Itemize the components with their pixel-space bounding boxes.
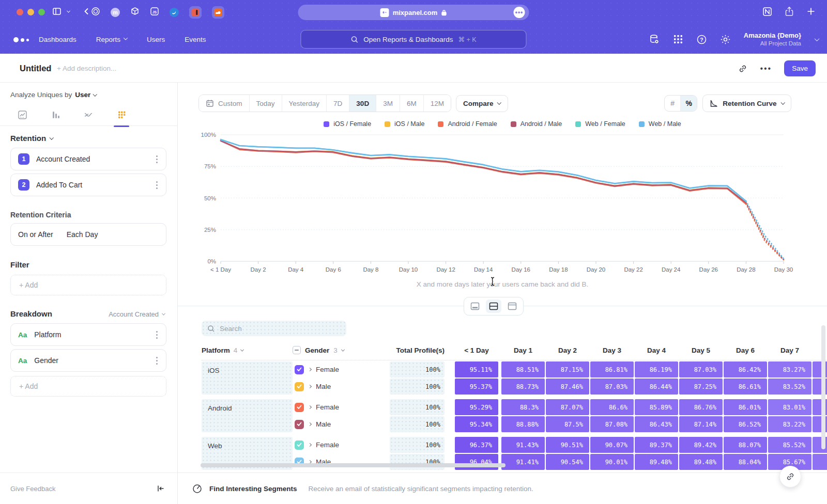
add-filter-button[interactable]: + Add	[10, 275, 166, 295]
retention-value-cell[interactable]: 86.6%	[590, 399, 634, 415]
collapse-sidebar-icon[interactable]	[157, 484, 165, 493]
project-switcher[interactable]: Amazonia {Demo} All Project Data	[744, 32, 801, 48]
close-window-icon[interactable]	[17, 9, 23, 15]
total-profiles-header[interactable]: Total Profile(s)	[390, 346, 445, 354]
retention-value-cell[interactable]: 87.14%	[679, 416, 723, 432]
series-checkbox[interactable]	[295, 403, 304, 412]
retention-value-cell[interactable]: 85.89%	[635, 399, 678, 415]
retention-chart[interactable]: 100%75%50%25%0%< 1 DayDay 2Day 4Day 6Day…	[196, 130, 804, 280]
retention-value-cell[interactable]: 89.37%	[635, 437, 678, 453]
percent-toggle[interactable]: %	[681, 96, 697, 111]
breakdown-platform[interactable]: Aa Platform	[10, 323, 166, 346]
nav-reports[interactable]: Reports	[96, 36, 127, 43]
legend-item[interactable]: Android / Male	[511, 120, 562, 128]
tab-flows[interactable]	[78, 107, 99, 123]
day-header[interactable]: Day 5	[679, 346, 723, 354]
criteria-condition[interactable]: On or After	[18, 230, 53, 239]
retention-value-cell[interactable]: 89.42%	[679, 437, 723, 453]
js-extension-icon[interactable]: JS	[150, 7, 159, 18]
data-management-icon[interactable]	[649, 34, 660, 45]
chart-type-selector[interactable]: Retention Curve	[702, 94, 791, 112]
retention-value-cell[interactable]: 95.11%	[455, 361, 498, 377]
retention-value-cell[interactable]: 88.07%	[724, 437, 767, 453]
tabs-chevron-icon[interactable]	[67, 9, 70, 12]
retention-value-cell[interactable]: 88.04%	[724, 454, 767, 470]
series-checkbox[interactable]	[295, 365, 304, 374]
expand-row-icon[interactable]	[308, 385, 312, 388]
day-header[interactable]: Day 2	[546, 346, 589, 354]
expand-row-icon[interactable]	[308, 443, 312, 447]
retention-value-cell[interactable]: 87.08%	[590, 416, 634, 432]
retention-value-cell[interactable]: 88.3%	[501, 399, 545, 415]
layout-table-only-button[interactable]	[504, 300, 520, 313]
retention-value-cell[interactable]: 88.51%	[501, 361, 545, 377]
vertical-scrollbar[interactable]	[821, 325, 825, 449]
tab-retention[interactable]	[111, 107, 132, 123]
tab-funnels[interactable]	[44, 107, 66, 123]
retention-value-cell[interactable]: 88.88%	[501, 416, 545, 432]
day-header[interactable]: < 1 Day	[455, 346, 498, 354]
range-30d[interactable]: 30D	[349, 95, 376, 112]
retention-value-cell[interactable]: 95.29%	[455, 399, 498, 415]
breakdown-scope-selector[interactable]: Account Created	[109, 310, 165, 318]
platform-cell[interactable]: Android	[202, 399, 293, 432]
nav-dashboards[interactable]: Dashboards	[39, 36, 76, 43]
retention-value-cell[interactable]: 83.52%	[768, 379, 811, 395]
day-header[interactable]: Day 6	[724, 346, 767, 354]
retention-value-cell[interactable]: 86.76%	[679, 399, 723, 415]
share-icon[interactable]	[785, 6, 794, 19]
retention-value-cell[interactable]: 83.27%	[768, 361, 811, 377]
day-header[interactable]: Day 3	[590, 346, 634, 354]
back-icon[interactable]	[82, 7, 91, 16]
help-icon[interactable]: ?	[696, 34, 707, 45]
breakdown-platform-menu-icon[interactable]	[154, 329, 160, 341]
save-button[interactable]: Save	[784, 60, 816, 76]
global-search[interactable]: Open Reports & Dashboards ⌘ + K	[301, 30, 527, 49]
horizontal-scrollbar[interactable]	[201, 463, 506, 467]
report-description-placeholder[interactable]: + Add description...	[57, 65, 116, 72]
ring-extension-icon[interactable]	[91, 7, 100, 18]
expand-row-icon[interactable]	[308, 422, 312, 426]
retention-value-cell[interactable]: 90.51%	[546, 437, 589, 453]
retention-value-cell[interactable]: 86.42%	[724, 361, 767, 377]
legend-item[interactable]: Android / Female	[438, 120, 497, 128]
retention-section-header[interactable]: Retention	[10, 134, 53, 143]
compare-button[interactable]: Compare	[456, 95, 508, 112]
retention-value-cell[interactable]: 87.15%	[546, 361, 589, 377]
apps-grid-icon[interactable]	[673, 34, 683, 44]
bird-extension-icon[interactable]	[170, 8, 179, 17]
criteria-interval[interactable]: Each Day	[67, 230, 98, 239]
count-toggle[interactable]: #	[665, 96, 681, 111]
retention-value-cell[interactable]: 87.5%	[546, 416, 589, 432]
analyze-entity-selector[interactable]: User	[75, 91, 90, 99]
legend-item[interactable]: Web / Male	[639, 120, 681, 128]
retention-value-cell[interactable]: 96.04%	[455, 454, 498, 470]
retention-value-cell[interactable]: 87.07%	[546, 399, 589, 415]
retention-value-cell[interactable]: 87.46%	[546, 379, 589, 395]
cube-extension-icon[interactable]	[130, 7, 140, 18]
retention-value-cell[interactable]: 91.41%	[501, 454, 545, 470]
copy-link-icon[interactable]	[738, 64, 747, 73]
day-header[interactable]: Day 4	[635, 346, 678, 354]
retention-value-cell[interactable]: 91.43%	[501, 437, 545, 453]
layout-chart-only-button[interactable]	[467, 300, 483, 313]
range-3m[interactable]: 3M	[376, 95, 400, 112]
legend-item[interactable]: Web / Female	[575, 120, 625, 128]
retention-value-cell[interactable]	[813, 454, 827, 470]
retention-value-cell[interactable]: 86.43%	[635, 416, 678, 432]
browser-sidebar-icon[interactable]	[52, 6, 62, 17]
retention-value-cell[interactable]: 83.01%	[768, 399, 811, 415]
range-12m[interactable]: 12M	[424, 95, 451, 112]
gender-column-header[interactable]: Gender 3	[293, 346, 390, 354]
soundcloud-extension-icon[interactable]	[212, 6, 224, 19]
platform-column-header[interactable]: Platform 4	[202, 346, 293, 354]
step-2-menu-icon[interactable]	[154, 179, 160, 191]
retention-value-cell[interactable]: 88.73%	[501, 379, 545, 395]
nav-users[interactable]: Users	[147, 36, 165, 43]
nav-events[interactable]: Events	[185, 36, 206, 43]
retention-value-cell[interactable]: 87.25%	[679, 379, 723, 395]
retention-value-cell[interactable]: 85.52%	[768, 437, 811, 453]
legend-item[interactable]: iOS / Female	[324, 120, 371, 128]
avatar-m-extension-icon[interactable]: m	[111, 8, 120, 17]
retention-criteria-card[interactable]: On or After Each Day	[10, 223, 166, 246]
